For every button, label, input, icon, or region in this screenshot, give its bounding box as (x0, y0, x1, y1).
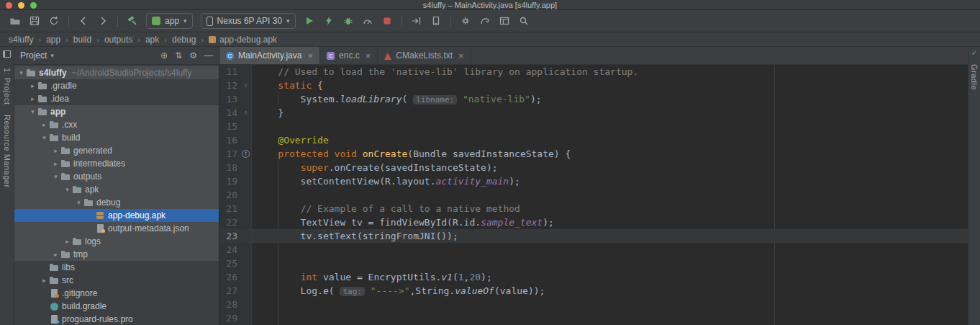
tree-item[interactable]: ▾debug (14, 196, 219, 209)
chevron-down-icon[interactable]: ▾ (40, 134, 48, 141)
locate-file-icon[interactable]: ⊕ (160, 50, 168, 61)
tree-item[interactable]: ▸intermediates (14, 157, 219, 170)
tree-item[interactable]: .gitignore (14, 287, 219, 300)
tree-item[interactable]: proguard-rules.pro (14, 313, 219, 325)
code-line[interactable]: 26 int value = EncryptUtils.v1(1,20); (219, 270, 968, 284)
collapse-all-icon[interactable]: ⇅ (175, 50, 182, 61)
tree-item[interactable]: ▾app (14, 105, 219, 118)
tree-item[interactable]: ▾build (14, 131, 219, 144)
close-icon[interactable]: × (366, 50, 371, 61)
code-line[interactable]: 14∧ } (219, 106, 968, 120)
tree-item[interactable]: app-debug.apk (14, 209, 219, 222)
editor-tab[interactable]: enc.c× (320, 47, 378, 64)
chevron-down-icon[interactable]: ▾ (17, 69, 25, 76)
sync-button[interactable] (45, 12, 63, 30)
chevron-right-icon[interactable]: ▸ (40, 277, 48, 284)
tree-item[interactable]: ▸.gradle (14, 79, 219, 92)
profiler-button[interactable] (358, 12, 377, 30)
forward-button[interactable] (94, 12, 112, 30)
code-line[interactable]: 21 // Example of a call to a native meth… (219, 202, 968, 215)
tree-item[interactable]: ▸tmp (14, 248, 219, 261)
device-dropdown[interactable]: Nexus 6P API 30 ▾ (201, 13, 296, 29)
code-line[interactable]: 11 // Used to load the 'native-lib' libr… (219, 65, 968, 79)
layout-inspector-button[interactable] (495, 12, 514, 30)
tool-window-icon[interactable] (3, 50, 11, 58)
chevron-down-icon[interactable]: ▾ (63, 186, 71, 193)
tree-item[interactable]: output-metadata.json (14, 222, 219, 235)
tool-window-button-gradle[interactable]: Gradle (970, 64, 979, 90)
code-line[interactable]: 24 (219, 243, 968, 257)
breadcrumb-item[interactable]: app-debug.apk (219, 35, 277, 45)
tool-window-button-resource-manager[interactable]: Resource Manager (3, 115, 12, 188)
code-line[interactable]: 13 System.loadLibrary( libname: "native-… (219, 92, 968, 106)
tree-item[interactable]: libs (14, 261, 219, 274)
code-line[interactable]: 29 (219, 311, 968, 325)
attach-debugger-button[interactable] (407, 12, 426, 30)
debug-button[interactable] (339, 12, 358, 30)
breadcrumb-item[interactable]: outputs (104, 35, 132, 45)
device-file-explorer-button[interactable] (427, 12, 445, 30)
chevron-right-icon[interactable]: ▸ (63, 238, 71, 245)
code-line[interactable]: 16 @Override (219, 133, 968, 147)
tree-item[interactable]: ▸logs (14, 235, 219, 248)
fold-collapse-icon[interactable]: ∨ (240, 79, 252, 92)
breadcrumb-item[interactable]: apk (145, 35, 159, 45)
stop-button[interactable] (378, 12, 396, 30)
breadcrumb-item[interactable]: s4luffy (9, 35, 33, 45)
breadcrumb-item[interactable]: build (73, 35, 91, 45)
code-line[interactable]: 22 TextView tv = findViewById(R.id.sampl… (219, 215, 968, 229)
chevron-right-icon[interactable]: ▸ (29, 82, 37, 89)
code-text: } (252, 106, 968, 120)
gradle-sync-button[interactable] (476, 12, 494, 30)
tree-item[interactable]: ▾outputs (14, 170, 219, 183)
code-line[interactable]: 20 (219, 188, 968, 202)
code-line[interactable]: 25 (219, 257, 968, 270)
tree-item[interactable]: ▸src (14, 274, 219, 287)
apply-changes-button[interactable] (319, 12, 338, 30)
chevron-down-icon[interactable]: ▾ (75, 199, 83, 206)
tree-item[interactable]: ▸.cxx (14, 118, 219, 131)
code-line[interactable]: 28 (219, 298, 968, 311)
back-button[interactable] (74, 12, 93, 30)
chevron-right-icon[interactable]: ▸ (52, 147, 60, 154)
breadcrumb-item[interactable]: app (46, 35, 60, 45)
chevron-right-icon[interactable]: ▸ (40, 121, 48, 128)
search-everywhere-button[interactable] (514, 12, 533, 30)
code-line[interactable]: 15 (219, 120, 968, 133)
tree-item[interactable]: ▾s4luffy~/AndroidStudioProjects/s4luffy (14, 66, 219, 79)
code-line[interactable]: 19 setContentView(R.layout.activity_main… (219, 174, 968, 188)
chevron-right-icon[interactable]: ▸ (52, 251, 60, 258)
project-view-selector[interactable]: Project (20, 50, 47, 61)
editor-tab[interactable]: MainActivity.java× (219, 47, 320, 64)
code-line[interactable]: 18 super.onCreate(savedInstanceState); (219, 161, 968, 174)
editor-tab[interactable]: CMakeLists.txt× (378, 47, 471, 64)
code-line[interactable]: 27 Log.e( tag: "---->",String.valueOf(va… (219, 284, 968, 298)
open-file-button[interactable] (6, 12, 24, 30)
chevron-down-icon[interactable]: ▾ (29, 108, 37, 115)
tree-item[interactable]: ▾apk (14, 183, 219, 196)
sdk-manager-button[interactable] (456, 12, 475, 30)
chevron-right-icon[interactable]: ▸ (52, 160, 60, 167)
run-configuration-dropdown[interactable]: app ▾ (146, 13, 193, 29)
override-marker-icon[interactable]: ↑ (242, 150, 250, 158)
tool-window-button-project[interactable]: 1: Project (3, 68, 12, 104)
build-hammer-button[interactable] (123, 12, 142, 30)
fold-collapse-icon[interactable]: ∧ (240, 106, 252, 120)
hide-panel-icon[interactable]: — (204, 50, 213, 61)
code-editor[interactable]: 11 // Used to load the 'native-lib' libr… (219, 65, 968, 325)
close-icon[interactable]: × (458, 50, 464, 61)
inspections-ok-icon[interactable]: ✓ (971, 49, 977, 57)
tree-item[interactable]: build.gradle (14, 300, 219, 313)
tree-item[interactable]: ▸.idea (14, 92, 219, 105)
chevron-down-icon[interactable]: ▾ (52, 173, 60, 180)
chevron-right-icon[interactable]: ▸ (29, 95, 37, 102)
tree-item[interactable]: ▸generated (14, 144, 219, 157)
breadcrumb-item[interactable]: debug (172, 35, 196, 45)
settings-gear-icon[interactable]: ⚙ (189, 50, 197, 61)
run-button[interactable] (300, 12, 319, 30)
code-line[interactable]: 23 tv.setText(stringFromJNI()); (219, 229, 968, 243)
save-all-button[interactable] (25, 12, 44, 30)
code-line[interactable]: 12∨ static { (219, 79, 968, 92)
code-line[interactable]: 17↑ protected void onCreate(Bundle saved… (219, 147, 968, 161)
close-icon[interactable]: × (307, 50, 313, 61)
